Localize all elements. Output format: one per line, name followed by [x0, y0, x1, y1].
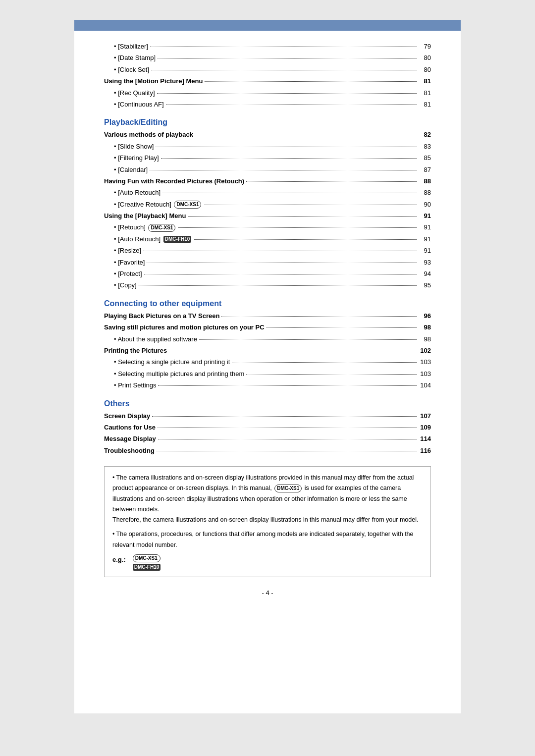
toc-entry: • [Rec Quality] 81: [104, 87, 431, 99]
toc-entry: Various methods of playback 82: [104, 129, 431, 140]
toc-entry: Screen Display 107: [104, 410, 431, 422]
playback-entries: Various methods of playback 82 • [Slide …: [104, 129, 431, 291]
eg-row: e.g.: DMC-XS1 DMC-FH10: [112, 554, 423, 571]
toc-entry: • [Favorite] 93: [104, 257, 431, 268]
notice-paragraph-2: • The operations, procedures, or functio…: [112, 529, 423, 550]
toc-entry: Using the [Motion Picture] Menu 81: [104, 75, 431, 87]
dmc-fh10-tag: DMC-FH10: [163, 236, 192, 243]
page-number: - 4 -: [262, 589, 273, 596]
section-heading-connecting: Connecting to other equipment: [104, 299, 431, 308]
toc-entry: • [Retouch] DMC-XS1 91: [104, 221, 431, 233]
section-heading-playback: Playback/Editing: [104, 118, 431, 127]
dmc-xs1-tag: DMC-XS1: [148, 224, 175, 232]
toc-entry: • [Resize] 91: [104, 245, 431, 256]
initial-entries: • [Stabilizer] 79 • [Date Stamp] 80 • [C…: [104, 41, 431, 110]
toc-entry: • [Protect] 94: [104, 268, 431, 279]
eg-tags: DMC-XS1 DMC-FH10: [132, 554, 162, 571]
toc-entry: • [Auto Retouch] 88: [104, 187, 431, 198]
page: • [Stabilizer] 79 • [Date Stamp] 80 • [C…: [74, 20, 461, 713]
notice-box: • The camera illustrations and on-screen…: [104, 466, 431, 577]
toc-entry: Using the [Playback] Menu 91: [104, 210, 431, 221]
toc-entry: • Selecting multiple pictures and printi…: [104, 368, 431, 379]
toc-entry: • Selecting a single picture and printin…: [104, 356, 431, 368]
toc-entry: • [Clock Set] 80: [104, 64, 431, 75]
content: • [Stabilizer] 79 • [Date Stamp] 80 • [C…: [74, 31, 461, 621]
toc-entry: • [Creative Retouch] DMC-XS1 90: [104, 199, 431, 210]
toc-entry: Printing the Pictures 102: [104, 345, 431, 356]
toc-entry: • [Auto Retouch] DMC-FH10 91: [104, 233, 431, 245]
toc-entry: Saving still pictures and motion picture…: [104, 322, 431, 333]
toc-entry: • [Calendar] 87: [104, 164, 431, 175]
toc-entry: • About the supplied software 98: [104, 333, 431, 345]
toc-entry: Troubleshooting 116: [104, 445, 431, 456]
page-number-footer: - 4 -: [104, 589, 431, 601]
others-entries: Screen Display 107 Cautions for Use 109 …: [104, 410, 431, 457]
toc-entry: Having Fun with Recorded Pictures (Retou…: [104, 175, 431, 187]
toc-entry: Message Display 114: [104, 433, 431, 444]
eg-label: e.g.:: [112, 554, 126, 565]
toc-entry: • Print Settings 104: [104, 379, 431, 391]
top-bar: [74, 20, 461, 31]
toc-entry: • [Slide Show] 83: [104, 141, 431, 152]
toc-entry: Playing Back Pictures on a TV Screen 96: [104, 310, 431, 322]
section-heading-others: Others: [104, 399, 431, 408]
dmc-fh10-eg-tag: DMC-FH10: [133, 564, 161, 571]
dmc-xs1-tag: DMC-XS1: [174, 201, 201, 209]
notice-paragraph-1: • The camera illustrations and on-screen…: [112, 473, 423, 525]
toc-entry: • [Stabilizer] 79: [104, 41, 431, 52]
toc-entry: • [Date Stamp] 80: [104, 52, 431, 63]
connecting-entries: Playing Back Pictures on a TV Screen 96 …: [104, 310, 431, 391]
toc-entry: • [Copy] 95: [104, 279, 431, 291]
toc-entry: • [Filtering Play] 85: [104, 152, 431, 163]
toc-entry: Cautions for Use 109: [104, 422, 431, 433]
dmc-xs1-eg-tag: DMC-XS1: [133, 554, 161, 562]
toc-entry: • [Continuous AF] 81: [104, 99, 431, 110]
dmc-xs1-tag: DMC-XS1: [274, 485, 302, 492]
